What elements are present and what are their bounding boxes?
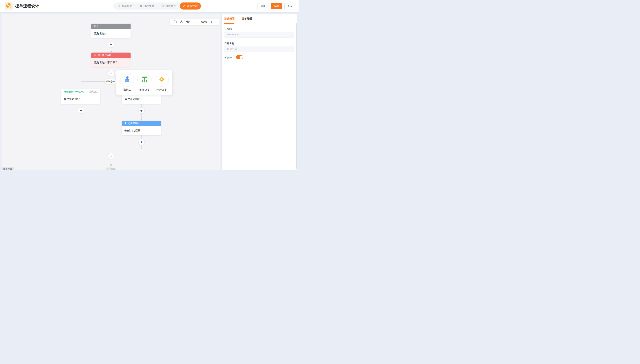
panel-scrollbar[interactable] xyxy=(296,23,297,169)
settings-tab-group: 基础设置 其他设置 xyxy=(224,17,252,20)
sliders-icon xyxy=(140,4,142,8)
tab-basic-settings[interactable]: 基础设置 xyxy=(224,17,235,20)
node-dept-approval[interactable]: 部门领导审批 流程发起人部门领导 xyxy=(91,52,131,67)
add-node-button-2[interactable]: + xyxy=(108,70,114,76)
tab-flow-design[interactable]: 流程设计 xyxy=(180,2,201,10)
preview-button[interactable] xyxy=(185,19,191,25)
show-menu-button[interactable]: 显示菜单 xyxy=(2,167,14,170)
add-node-popup: 审批人 xyxy=(116,70,172,94)
tab-label: 基础信息 xyxy=(122,4,132,8)
stamp-icon xyxy=(124,122,127,125)
condition-card-header: 报销金额小于1000 优先级1 xyxy=(61,89,100,94)
tab-flow-status[interactable]: 流程状态 xyxy=(158,2,180,10)
popup-item-parallel-branch[interactable]: 并行分支 xyxy=(153,72,170,92)
folder-plus-icon xyxy=(173,20,177,24)
eye-icon xyxy=(186,20,190,24)
file-clock-icon xyxy=(161,4,164,8)
app-header: 橙单流程设计 基础信息 流程变量 xyxy=(0,0,299,12)
popup-item-label: 审批人 xyxy=(119,88,136,92)
task-name-input[interactable] xyxy=(224,46,294,52)
zoom-out-button[interactable]: − xyxy=(194,19,200,25)
document-edit-icon xyxy=(118,4,120,8)
add-condition-button[interactable]: 添加条件 xyxy=(105,79,116,84)
node-start[interactable]: 录入 流程发起人 xyxy=(91,24,131,38)
save-button[interactable]: 保存 xyxy=(271,3,282,9)
condition-name: 报销金额小于1000 xyxy=(64,90,84,94)
tab-other-settings[interactable]: 其他设置 xyxy=(242,17,252,20)
switch-button[interactable]: 切换 xyxy=(257,3,268,9)
add-file-button[interactable] xyxy=(172,19,178,25)
condition-priority: 优先级1 xyxy=(89,90,98,94)
tab-basic-info[interactable]: 基础信息 xyxy=(114,2,136,10)
add-node-button-1[interactable]: + xyxy=(108,41,114,48)
popup-item-approver[interactable]: 审批人 xyxy=(119,72,136,92)
route-icon xyxy=(183,4,186,8)
stamp-blue-icon xyxy=(124,76,131,84)
add-node-button-4[interactable]: + xyxy=(108,153,114,159)
node-assignee: 流程发起人部门领导 xyxy=(94,61,118,64)
download-icon xyxy=(180,20,183,24)
node-assignee: 全部 / 总经理 xyxy=(124,129,140,132)
add-node-button-right-branch[interactable]: + xyxy=(138,107,145,114)
header-buttons: 切换 保存 返回 xyxy=(257,3,295,9)
zoom-in-button[interactable]: + xyxy=(208,19,214,25)
popup-item-label: 条件分支 xyxy=(136,88,153,92)
zoom-level: 100% xyxy=(200,21,208,24)
popup-item-label: 并行分支 xyxy=(153,88,170,92)
toolbar-divider xyxy=(192,20,192,24)
canvas-toolbar: − 100% + xyxy=(170,19,219,25)
page-title: 橙单流程设计 xyxy=(15,4,39,8)
diamond-plus-icon xyxy=(158,76,165,84)
app-logo xyxy=(5,2,13,10)
settings-panel: 基础设置 其他设置 任务ID 任务名称 可执行 xyxy=(222,14,297,170)
download-button[interactable] xyxy=(178,19,185,25)
add-node-button-left-branch[interactable]: + xyxy=(78,107,84,114)
header-tab-group: 基础信息 流程变量 流程状态 xyxy=(113,2,201,10)
tab-label: 流程设计 xyxy=(187,4,198,8)
node-type-label: 录入 xyxy=(94,24,98,28)
panel-divider xyxy=(222,24,297,24)
node-assignee: 流程发起人 xyxy=(94,32,107,35)
popup-item-condition-branch[interactable]: 条件分支 xyxy=(136,72,153,92)
add-node-button-3[interactable]: + xyxy=(138,139,145,145)
condition-body-label: 条件流转路径 xyxy=(64,98,80,101)
condition-card-left[interactable]: 报销金额小于1000 优先级1 条件流转路径 xyxy=(61,89,100,104)
node-title: 总经理审批 xyxy=(128,122,140,125)
back-button[interactable]: 返回 xyxy=(284,3,295,9)
tree-branch-icon xyxy=(141,76,148,84)
condition-body-label: 条件流转路径 xyxy=(125,98,141,101)
flow-end-label: 流程结束 xyxy=(92,167,130,170)
flow-canvas[interactable]: − 100% + 录入 流程发起人 + 部门领导审批 流程发起人部门领导 xyxy=(2,14,220,170)
task-id-label: 任务ID xyxy=(224,28,232,31)
task-id-input[interactable] xyxy=(224,32,294,38)
orange-logo-icon xyxy=(6,3,12,9)
executable-toggle[interactable] xyxy=(236,55,243,60)
node-gm-approval[interactable]: 总经理审批 全部 / 总经理 xyxy=(122,121,161,135)
task-name-label: 任务名称 xyxy=(224,42,234,45)
stamp-icon xyxy=(94,54,96,57)
tab-label: 流程变量 xyxy=(144,4,154,8)
tab-label: 流程状态 xyxy=(165,4,176,8)
tab-flow-variables[interactable]: 流程变量 xyxy=(136,2,158,10)
node-title: 部门领导审批 xyxy=(98,54,111,57)
executable-label: 可执行 xyxy=(224,56,232,60)
